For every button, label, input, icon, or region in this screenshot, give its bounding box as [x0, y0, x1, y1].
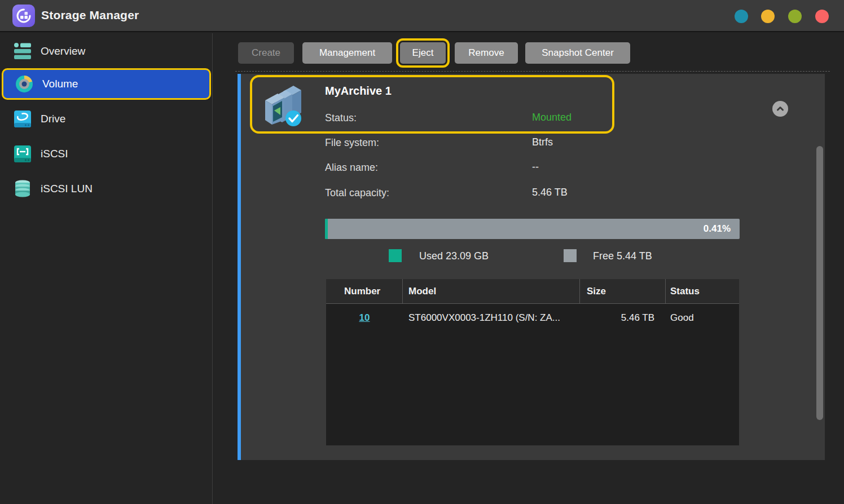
snapshot-center-button[interactable]: Snapshot Center	[525, 42, 630, 64]
total-capacity-value: 5.46 TB	[532, 187, 568, 198]
sidebar-item-label: iSCSI LUN	[41, 183, 93, 195]
disk-number-cell: 10	[326, 312, 403, 324]
panel-accent-stripe	[238, 74, 241, 460]
sidebar: Overview Volume Drive	[0, 33, 213, 504]
create-button[interactable]: Create	[238, 42, 294, 64]
table-row: 10 ST6000VX0003-1ZH110 (S/N: ZA... 5.46 …	[326, 304, 739, 332]
file-system-value: Btrfs	[532, 136, 553, 148]
drive-icon	[12, 109, 33, 129]
status-dot-green[interactable]	[788, 10, 802, 23]
toolbar-separator	[235, 71, 830, 72]
page-title: Storage Manager	[41, 8, 139, 22]
volume-donut-icon	[14, 74, 34, 94]
disk-size-cell: 5.46 TB	[580, 312, 666, 324]
collapse-button[interactable]	[772, 101, 788, 117]
remove-button[interactable]: Remove	[455, 42, 518, 64]
used-legend-swatch	[389, 249, 402, 262]
sidebar-item-iscsi[interactable]: iSCSI	[0, 138, 213, 170]
disk-table: Number Model Size Status 10 ST6000VX0003…	[326, 279, 739, 445]
scrollbar[interactable]	[816, 146, 823, 420]
chevron-up-icon	[776, 104, 785, 113]
volume-name: MyArchive 1	[325, 85, 392, 98]
usage-percent-label: 0.41%	[704, 223, 731, 235]
storage-manager-app-icon	[12, 5, 35, 27]
overview-icon	[12, 41, 33, 61]
disk-model-cell: ST6000VX0003-1ZH110 (S/N: ZA...	[403, 312, 580, 324]
status-dot-yellow[interactable]	[761, 10, 775, 23]
sidebar-item-label: iSCSI	[41, 148, 68, 160]
status-dot-red[interactable]	[815, 10, 829, 23]
disk-table-header: Number Model Size Status	[326, 279, 739, 304]
iscsi-icon	[12, 144, 33, 164]
eject-button[interactable]: Eject	[400, 42, 446, 64]
column-header-size[interactable]: Size	[580, 279, 666, 303]
usage-bar-fill	[325, 219, 328, 239]
eject-highlight-ring: Eject	[396, 38, 450, 68]
usage-bar: 0.41%	[325, 219, 740, 239]
status-label: Status:	[325, 112, 357, 124]
sidebar-item-label: Volume	[42, 78, 78, 90]
sidebar-item-drive[interactable]: Drive	[0, 103, 213, 135]
alias-name-value: --	[532, 161, 539, 173]
sidebar-item-overview[interactable]: Overview	[0, 36, 213, 67]
iscsi-lun-icon	[12, 179, 33, 199]
volume-panel: MyArchive 1 Status: Mounted File system:…	[238, 74, 825, 460]
sidebar-item-volume[interactable]: Volume	[2, 68, 211, 100]
column-header-model[interactable]: Model	[403, 279, 580, 303]
disk-number-link[interactable]: 10	[359, 312, 370, 323]
sidebar-item-label: Drive	[41, 113, 65, 125]
status-dot-teal[interactable]	[735, 10, 748, 23]
titlebar: Storage Manager	[0, 0, 844, 32]
free-legend-label: Free 5.44 TB	[593, 250, 652, 262]
sidebar-item-label: Overview	[41, 45, 85, 58]
management-button[interactable]: Management	[302, 42, 392, 64]
total-capacity-label: Total capacity:	[325, 187, 389, 199]
archive-volume-icon	[258, 82, 308, 130]
status-value: Mounted	[532, 112, 572, 123]
sidebar-item-iscsi-lun[interactable]: iSCSI LUN	[0, 173, 213, 205]
file-system-label: File system:	[325, 137, 379, 149]
disk-status-cell: Good	[666, 312, 739, 324]
used-legend-label: Used 23.09 GB	[419, 250, 489, 262]
alias-name-label: Alias name:	[325, 162, 378, 174]
free-legend-swatch	[564, 249, 577, 262]
column-header-status[interactable]: Status	[666, 279, 739, 303]
column-header-number[interactable]: Number	[326, 279, 403, 303]
